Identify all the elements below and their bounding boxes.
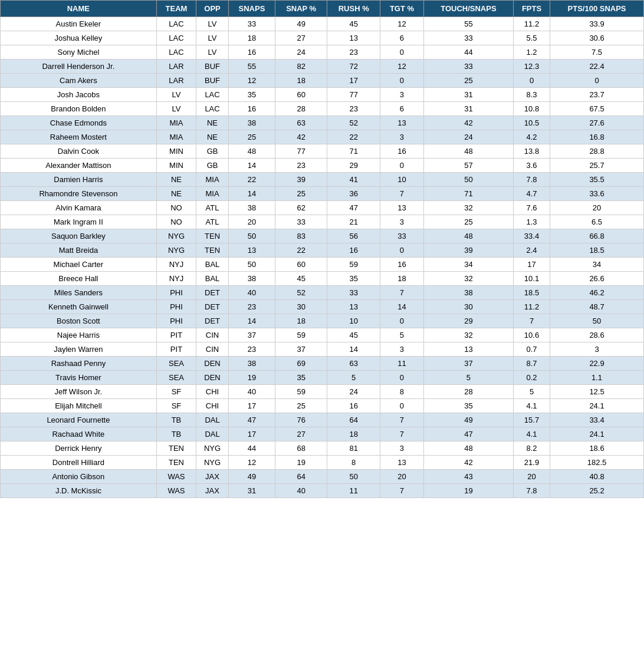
stat-cell: 24.1 [550, 427, 644, 441]
stat-cell: 48 [423, 144, 513, 159]
stat-cell: 16 [380, 258, 424, 272]
stat-cell: 30.6 [550, 31, 644, 45]
stat-cell: 30 [275, 300, 327, 314]
stat-cell: 13 [380, 116, 424, 130]
stat-cell: 11.2 [513, 17, 550, 31]
table-row: Matt BreidaNYGTEN1322160392.418.5 [1, 243, 644, 258]
player-name: Michael Carter [1, 258, 157, 272]
stat-cell: 28 [423, 385, 513, 399]
stat-cell: 15.7 [513, 413, 550, 427]
stat-cell: 38 [228, 116, 275, 130]
table-row: Cam AkersLARBUF12181702500 [1, 74, 644, 88]
stat-cell: 2.4 [513, 243, 550, 258]
stat-cell: BAL [196, 272, 229, 286]
stat-cell: 18 [327, 427, 380, 441]
player-name: Dalvin Cook [1, 144, 157, 159]
table-row: Brandon BoldenLVLAC16282363110.867.5 [1, 102, 644, 116]
stat-cell: 35 [423, 399, 513, 413]
stat-cell: 30 [423, 300, 513, 314]
stat-cell: 40 [228, 385, 275, 399]
player-name: Alexander Mattison [1, 159, 157, 173]
stat-cell: MIN [156, 144, 196, 159]
stat-cell: 42 [423, 456, 513, 470]
stat-cell: LAC [156, 17, 196, 31]
stat-cell: 20 [380, 470, 424, 484]
stat-cell: 32 [423, 328, 513, 342]
stat-cell: GB [196, 144, 229, 159]
stat-cell: ATL [196, 215, 229, 229]
stat-cell: 18.6 [550, 441, 644, 456]
player-name: Breece Hall [1, 272, 157, 286]
stat-cell: 7.8 [513, 484, 550, 498]
player-name: Travis Homer [1, 371, 157, 385]
stat-cell: 12 [380, 17, 424, 31]
stat-cell: CHI [196, 385, 229, 399]
stat-cell: 20 [550, 201, 644, 215]
stat-cell: CIN [196, 342, 229, 357]
stat-cell: 182.5 [550, 456, 644, 470]
player-name: Rashaad Penny [1, 357, 157, 371]
stat-cell: 25 [423, 215, 513, 229]
stat-cell: DEN [196, 371, 229, 385]
player-name: Chase Edmonds [1, 116, 157, 130]
stat-cell: 5 [513, 385, 550, 399]
stat-cell: 14 [327, 342, 380, 357]
stat-cell: NE [196, 116, 229, 130]
stat-cell: 14 [228, 187, 275, 201]
stat-cell: 7.6 [513, 201, 550, 215]
stat-cell: TB [156, 413, 196, 427]
stat-cell: 37 [423, 357, 513, 371]
stat-cell: 0 [380, 314, 424, 328]
stat-cell: 18 [380, 272, 424, 286]
stat-cell: 0 [550, 74, 644, 88]
stat-cell: PHI [156, 286, 196, 300]
stat-cell: 5 [327, 371, 380, 385]
stat-cell: 17 [228, 427, 275, 441]
stat-cell: CIN [196, 328, 229, 342]
stat-cell: 32 [423, 272, 513, 286]
stat-cell: NE [156, 187, 196, 201]
player-name: Brandon Bolden [1, 102, 157, 116]
stat-cell: MIA [156, 130, 196, 144]
stat-cell: 0 [380, 371, 424, 385]
stat-cell: 3 [380, 215, 424, 229]
stat-cell: 25 [275, 187, 327, 201]
table-row: Alvin KamaraNOATL38624713327.620 [1, 201, 644, 215]
stat-cell: 16 [327, 243, 380, 258]
stat-cell: WAS [156, 470, 196, 484]
stat-cell: 46.2 [550, 286, 644, 300]
stat-cell: 18 [228, 31, 275, 45]
stat-cell: 50 [228, 258, 275, 272]
stat-cell: 17 [228, 399, 275, 413]
stat-cell: 22.4 [550, 60, 644, 74]
column-header-name: NAME [1, 1, 157, 17]
stat-cell: 0 [380, 45, 424, 60]
stat-cell: 31 [423, 88, 513, 102]
stat-cell: 1.2 [513, 45, 550, 60]
stat-cell: JAX [196, 470, 229, 484]
stat-cell: 39 [275, 173, 327, 187]
player-name: Sony Michel [1, 45, 157, 60]
stat-cell: 83 [275, 229, 327, 243]
stat-cell: LV [196, 31, 229, 45]
stat-cell: 40 [228, 286, 275, 300]
stat-cell: 12 [228, 456, 275, 470]
stat-cell: 40 [275, 484, 327, 498]
stat-cell: 24 [275, 45, 327, 60]
stat-cell: CHI [196, 399, 229, 413]
table-row: Rhamondre StevensonNEMIA1425367714.733.6 [1, 187, 644, 201]
column-header-pts-100-snaps: PTS/100 SNAPS [550, 1, 644, 17]
stat-cell: 66.8 [550, 229, 644, 243]
player-name: Dontrell Hilliard [1, 456, 157, 470]
stat-cell: 45 [275, 272, 327, 286]
stat-cell: 24 [327, 385, 380, 399]
stat-cell: 20 [228, 215, 275, 229]
stat-cell: PIT [156, 342, 196, 357]
stat-cell: 28.6 [550, 328, 644, 342]
stat-cell: 5 [423, 371, 513, 385]
stat-cell: 7 [380, 286, 424, 300]
table-row: Saquon BarkleyNYGTEN508356334833.466.8 [1, 229, 644, 243]
stat-cell: 16 [380, 144, 424, 159]
stat-cell: 25 [275, 399, 327, 413]
stat-cell: NYG [156, 243, 196, 258]
